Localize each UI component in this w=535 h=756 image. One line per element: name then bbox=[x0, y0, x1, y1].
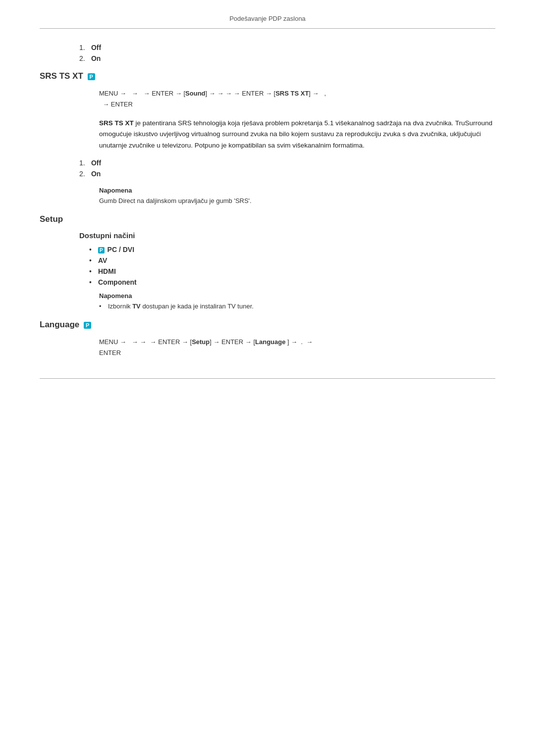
srs-desc-bold: SRS TS XT bbox=[99, 119, 134, 127]
list-num: 1. bbox=[79, 159, 89, 167]
page-container: Podešavanje PDP zaslona 1. Off 2. On SRS… bbox=[0, 0, 535, 408]
srs-ts-xt-section: SRS TS XT P MENU → → → ENTER → [Sound] →… bbox=[40, 71, 495, 204]
list-num: 2. bbox=[79, 54, 89, 62]
tv-bold: TV bbox=[132, 302, 141, 310]
list-item-pc-dvi: P PC / DVI bbox=[89, 246, 495, 253]
language-heading: Language P bbox=[40, 320, 495, 330]
srs-desc-text: je patentirana SRS tehnologija koja rješ… bbox=[99, 119, 492, 149]
list-item: 2. On bbox=[79, 170, 495, 178]
language-badge: P bbox=[84, 322, 91, 329]
dostupni-nacini: Dostupni načini P PC / DVI AV HDMI Compo… bbox=[40, 231, 495, 310]
setup-note-label: Napomena bbox=[99, 292, 495, 300]
srs-heading-text: SRS TS XT bbox=[40, 71, 83, 81]
list-label: Off bbox=[91, 44, 101, 51]
setup-heading: Setup bbox=[40, 214, 495, 224]
initial-list: 1. Off 2. On bbox=[79, 44, 495, 62]
setup-note-item: Izbornik TV dostupan je kada je instalir… bbox=[99, 302, 495, 310]
list-num: 1. bbox=[79, 44, 89, 51]
dostupni-nacini-heading: Dostupni načini bbox=[79, 231, 495, 240]
srs-list: 1. Off 2. On bbox=[79, 159, 495, 178]
av-label: AV bbox=[98, 256, 107, 264]
list-label: On bbox=[91, 170, 101, 178]
language-menu-path: MENU → → → → ENTER → [Setup] → ENTER → [… bbox=[99, 337, 495, 358]
srs-menu-path: MENU → → → ENTER → [Sound] → → → → ENTER… bbox=[99, 88, 495, 110]
srs-note-label: Napomena bbox=[99, 187, 495, 194]
srs-description: SRS TS XT je patentirana SRS tehnologija… bbox=[99, 118, 495, 151]
srs-heading: SRS TS XT P bbox=[40, 71, 495, 81]
list-item: 1. Off bbox=[79, 159, 495, 167]
setup-section: Setup Dostupni načini P PC / DVI AV HDMI… bbox=[40, 214, 495, 310]
language-heading-text: Language bbox=[40, 320, 79, 329]
hdmi-label: HDMI bbox=[98, 267, 116, 275]
srs-badge: P bbox=[88, 73, 95, 80]
setup-note-list: Izbornik TV dostupan je kada je instalir… bbox=[99, 302, 495, 310]
list-item-hdmi: HDMI bbox=[89, 267, 495, 275]
component-label: Component bbox=[98, 278, 137, 286]
list-num: 2. bbox=[79, 170, 89, 178]
language-section: Language P MENU → → → → ENTER → [Setup] … bbox=[40, 320, 495, 358]
srs-note-text: Gumb Direct na daljinskom upravljaču je … bbox=[99, 197, 495, 204]
pc-dvi-badge: P bbox=[98, 247, 105, 253]
dostupni-nacini-list: P PC / DVI AV HDMI Component bbox=[89, 246, 495, 286]
pc-dvi-label: PC / DVI bbox=[107, 246, 134, 253]
list-item-av: AV bbox=[89, 256, 495, 264]
page-footer-divider bbox=[40, 378, 495, 379]
list-item-component: Component bbox=[89, 278, 495, 286]
list-label: Off bbox=[91, 159, 101, 167]
page-header: Podešavanje PDP zaslona bbox=[40, 15, 495, 29]
header-title: Podešavanje PDP zaslona bbox=[229, 15, 306, 22]
list-label: On bbox=[91, 54, 101, 62]
list-item: 2. On bbox=[79, 54, 495, 62]
list-item: 1. Off bbox=[79, 44, 495, 51]
